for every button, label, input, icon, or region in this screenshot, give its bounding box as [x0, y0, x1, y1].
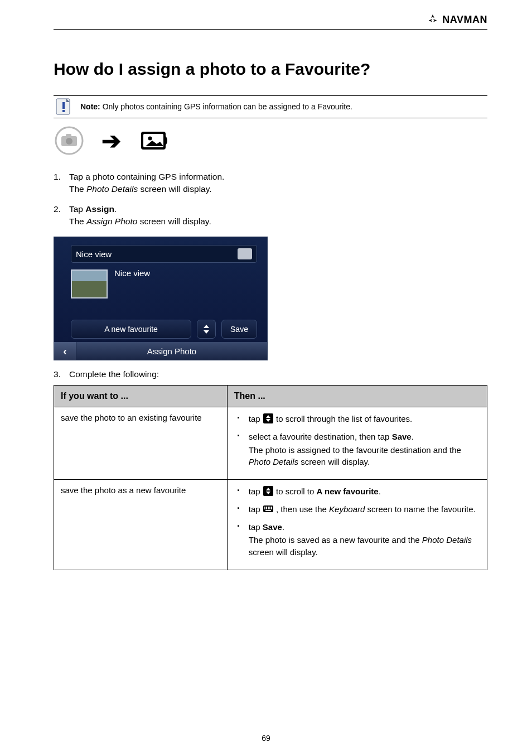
device-search-bar [71, 245, 257, 263]
device-footer-title: Assign Photo [76, 346, 267, 356]
brand-name: NAVMAN [442, 14, 487, 26]
step-1: 1.Tap a photo containing GPS information… [54, 172, 487, 194]
table-row: save the photo to an existing favourite … [54, 407, 487, 480]
note-callout: Note: Only photos containing GPS informa… [54, 95, 487, 118]
device-search-input[interactable] [76, 249, 238, 259]
device-thumbnail [71, 269, 108, 298]
brand-logo-icon [427, 13, 439, 26]
svg-rect-10 [263, 413, 273, 423]
keyboard-icon[interactable] [238, 248, 252, 259]
up-down-icon[interactable] [197, 320, 216, 339]
svg-rect-2 [62, 110, 65, 112]
table-row: save the photo as a new favourite tap to… [54, 480, 487, 570]
up-down-icon [263, 485, 274, 497]
album-icon [138, 125, 169, 156]
svg-rect-20 [268, 508, 269, 509]
step-3: 3.Complete the following: [54, 369, 487, 379]
svg-rect-21 [269, 508, 270, 509]
note-text: Note: Only photos containing GPS informa… [80, 102, 352, 112]
steps-list: 1.Tap a photo containing GPS information… [54, 172, 487, 227]
keyboard-icon [263, 503, 274, 514]
device-result-row: Nice view [71, 269, 150, 298]
note-body: Only photos containing GPS information c… [103, 102, 352, 111]
svg-rect-11 [263, 486, 273, 496]
device-back-button[interactable]: ‹ [54, 342, 76, 360]
row2-want: save the photo as a new favourite [54, 480, 228, 570]
arrow-right-icon: ➔ [101, 127, 121, 155]
brand: NAVMAN [427, 13, 487, 26]
device-favourite-select[interactable]: A new favourite [71, 320, 191, 339]
row1-want: save the photo to an existing favourite [54, 407, 228, 480]
page-header: NAVMAN [54, 13, 487, 29]
row1-then: tap to scroll through the list of favour… [227, 407, 487, 480]
svg-point-9 [148, 137, 152, 141]
svg-rect-19 [266, 508, 267, 509]
device-result-title: Nice view [114, 268, 150, 278]
svg-rect-22 [271, 508, 272, 509]
svg-rect-17 [271, 507, 272, 508]
note-icon [54, 97, 74, 117]
flow-row: ➔ [54, 125, 487, 156]
svg-rect-14 [266, 507, 267, 508]
svg-rect-23 [265, 510, 271, 511]
page-title: How do I assign a photo to a Favourite? [54, 60, 487, 79]
svg-rect-13 [264, 507, 265, 508]
step-2: 2.Tap Assign. The Assign Photo screen wi… [54, 204, 487, 227]
page-number: 69 [0, 734, 532, 743]
device-screenshot: Nice view A new favourite Save ‹ Assign … [54, 237, 268, 360]
svg-rect-16 [269, 507, 270, 508]
header-rule [54, 29, 487, 30]
svg-rect-1 [62, 102, 65, 109]
table-head-then: Then ... [227, 386, 487, 407]
instruction-table: If you want to ... Then ... save the pho… [54, 385, 487, 570]
up-down-icon [263, 413, 274, 424]
svg-rect-18 [264, 508, 265, 509]
camera-icon [54, 125, 85, 156]
svg-point-6 [66, 138, 72, 145]
table-head-want: If you want to ... [54, 386, 228, 407]
note-prefix: Note: [80, 102, 100, 111]
svg-rect-15 [268, 507, 269, 508]
device-save-button[interactable]: Save [221, 320, 257, 339]
row2-then: tap to scroll to A new favourite. tap , … [227, 480, 487, 570]
svg-rect-5 [66, 134, 71, 137]
